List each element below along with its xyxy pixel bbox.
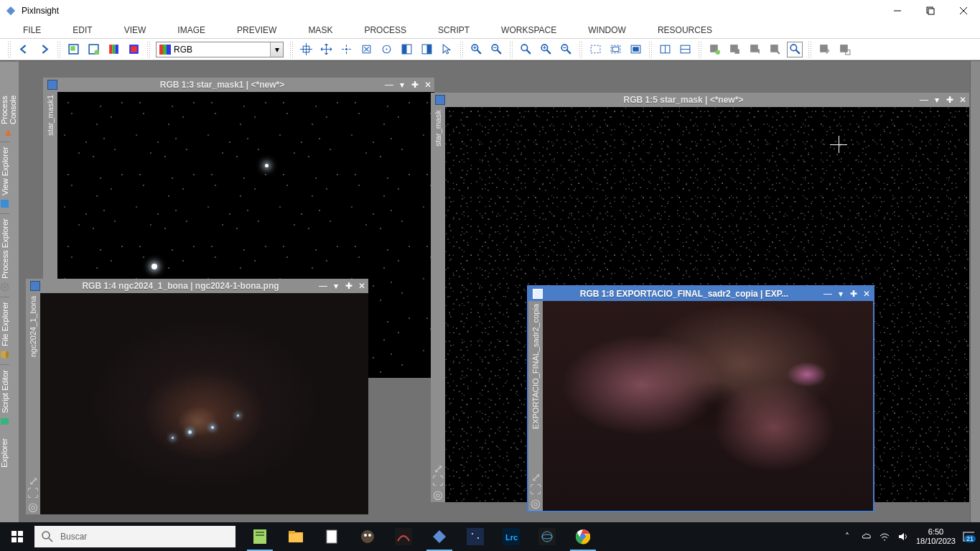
expand-icon[interactable]: ⤢ bbox=[28, 476, 38, 486]
window-minimize-button[interactable]: — bbox=[383, 78, 396, 91]
taskbar-app-gimp[interactable] bbox=[350, 522, 385, 551]
readout-mode-button[interactable] bbox=[298, 42, 314, 57]
side-tab-file-explorer[interactable]: File Explorer bbox=[0, 297, 9, 364]
taskbar-app-astro[interactable] bbox=[530, 522, 564, 551]
move-button[interactable] bbox=[358, 42, 374, 57]
zoom-optimal-button[interactable] bbox=[558, 42, 574, 57]
tray-onedrive-icon[interactable] bbox=[860, 531, 872, 542]
window-minimize-button[interactable] bbox=[881, 0, 914, 22]
expand-icon[interactable]: ⤢ bbox=[433, 463, 443, 473]
image-window-ngc2024[interactable]: RGB 1:4 ngc2024_1_bona | ngc2024-1-bona.… bbox=[26, 279, 368, 514]
menu-edit[interactable]: EDIT bbox=[57, 25, 108, 35]
fit-icon[interactable]: ⛶ bbox=[28, 489, 38, 499]
channel-selector[interactable]: RGB ▾ bbox=[156, 42, 284, 57]
zoom-out-button[interactable] bbox=[488, 42, 504, 57]
menu-resources[interactable]: RESOURCES bbox=[642, 25, 728, 35]
window-maximize-button[interactable]: ✚ bbox=[847, 287, 860, 300]
pan-button[interactable] bbox=[318, 42, 334, 57]
undo-button[interactable] bbox=[16, 42, 32, 57]
expand-icon[interactable]: ⤢ bbox=[531, 472, 541, 482]
window-close-button[interactable]: ✕ bbox=[421, 78, 434, 91]
window-shade-button[interactable]: ▾ bbox=[330, 279, 342, 292]
menu-mask[interactable]: MASK bbox=[292, 25, 348, 35]
taskbar-app-pixinsight[interactable] bbox=[422, 522, 457, 551]
menu-script[interactable]: SCRIPT bbox=[422, 25, 485, 35]
mask-enable-button[interactable] bbox=[706, 42, 722, 57]
fit-view-button[interactable] bbox=[587, 42, 603, 57]
image-window-sadr2[interactable]: RGB 1:8 EXPORTACIO_FINAL_sadr2_copia | E… bbox=[527, 285, 874, 512]
dynamic-crop-button[interactable] bbox=[378, 42, 394, 57]
taskbar-app-lightroom[interactable]: Lrc bbox=[494, 522, 528, 551]
fit-all-button[interactable] bbox=[627, 42, 643, 57]
edit-preview-button[interactable] bbox=[419, 42, 434, 57]
window-minimize-button[interactable]: — bbox=[317, 279, 330, 292]
tray-wifi-icon[interactable] bbox=[879, 531, 890, 542]
taskbar-search[interactable]: Buscar bbox=[34, 526, 235, 547]
window-shade-button[interactable]: ▾ bbox=[930, 93, 943, 106]
tray-expand-icon[interactable]: ˄ bbox=[841, 531, 853, 542]
zoom-to-fit-button[interactable] bbox=[518, 42, 533, 57]
svg-rect-84 bbox=[327, 530, 337, 543]
process-apply-button[interactable] bbox=[816, 42, 832, 57]
side-tab-explorer[interactable]: Explorer bbox=[0, 432, 9, 475]
side-tab-view-explorer[interactable]: View Explorer bbox=[0, 142, 9, 213]
window-close-button[interactable]: ✕ bbox=[956, 93, 969, 106]
window-minimize-button[interactable]: — bbox=[821, 287, 834, 300]
side-tab-process-console[interactable]: Process Console bbox=[0, 61, 17, 142]
menu-image[interactable]: IMAGE bbox=[162, 25, 221, 35]
redo-button[interactable] bbox=[36, 42, 52, 57]
window-close-button[interactable]: ✕ bbox=[355, 279, 368, 292]
mask-invert-button[interactable] bbox=[747, 42, 762, 57]
pointer-button[interactable] bbox=[439, 42, 454, 57]
readout-options-button[interactable] bbox=[787, 42, 803, 57]
fit-icon[interactable]: ⛶ bbox=[531, 485, 541, 495]
window-maximize-button[interactable]: ✚ bbox=[943, 93, 956, 106]
tray-volume-icon[interactable] bbox=[897, 531, 909, 542]
taskbar-clock[interactable]: 6:50 18/10/2023 bbox=[916, 527, 956, 546]
window-close-button[interactable] bbox=[947, 0, 980, 22]
menu-process[interactable]: PROCESS bbox=[348, 25, 422, 35]
menu-preview[interactable]: PREVIEW bbox=[221, 25, 292, 35]
window-shade-button[interactable]: ▾ bbox=[834, 287, 847, 300]
taskbar-app-explorer[interactable] bbox=[279, 522, 313, 551]
image-canvas[interactable] bbox=[40, 293, 368, 514]
side-tab-script-editor[interactable]: Script Editor bbox=[0, 364, 9, 432]
process-apply-global-button[interactable] bbox=[836, 42, 852, 57]
target-icon[interactable]: ◎ bbox=[531, 498, 541, 508]
menu-workspace[interactable]: WORKSPACE bbox=[485, 25, 572, 35]
window-close-button[interactable]: ✕ bbox=[860, 287, 873, 300]
menu-window[interactable]: WINDOW bbox=[572, 25, 642, 35]
new-preview-button[interactable] bbox=[398, 42, 414, 57]
side-tab-process-explorer[interactable]: Process Explorer bbox=[0, 213, 9, 297]
image-canvas[interactable] bbox=[543, 301, 873, 511]
tray-notifications-icon[interactable]: 21 bbox=[963, 531, 974, 542]
target-icon[interactable]: ◎ bbox=[433, 489, 443, 499]
new-image-button[interactable] bbox=[65, 42, 81, 57]
window-maximize-button[interactable]: ✚ bbox=[342, 279, 355, 292]
fit-icon[interactable]: ⛶ bbox=[433, 476, 443, 486]
fit-window-button[interactable] bbox=[607, 42, 623, 57]
window-maximize-button[interactable] bbox=[914, 0, 947, 22]
target-icon[interactable]: ◎ bbox=[28, 501, 38, 511]
histogram-button[interactable] bbox=[677, 42, 693, 57]
taskbar-app-siril[interactable] bbox=[386, 522, 421, 551]
taskbar-app-chrome[interactable] bbox=[566, 522, 600, 551]
start-button[interactable] bbox=[0, 522, 34, 551]
center-view-button[interactable] bbox=[338, 42, 354, 57]
menu-file[interactable]: FILE bbox=[7, 25, 57, 35]
window-maximize-button[interactable]: ✚ bbox=[409, 78, 421, 91]
mask-remove-button[interactable] bbox=[767, 42, 783, 57]
rgb-working-space-button[interactable] bbox=[106, 42, 121, 57]
zoom-1to1-button[interactable] bbox=[538, 42, 554, 57]
color-management-button[interactable] bbox=[126, 42, 141, 57]
window-shade-button[interactable]: ▾ bbox=[396, 78, 409, 91]
taskbar-app-document[interactable] bbox=[314, 522, 349, 551]
menu-view[interactable]: VIEW bbox=[108, 25, 162, 35]
window-minimize-button[interactable]: — bbox=[918, 93, 930, 106]
taskbar-app-notepadpp[interactable] bbox=[243, 522, 277, 551]
mask-show-button[interactable] bbox=[727, 42, 742, 57]
zoom-in-button[interactable] bbox=[468, 42, 484, 57]
new-window-button[interactable] bbox=[85, 42, 101, 57]
taskbar-app-stellarium[interactable] bbox=[458, 522, 493, 551]
screen-transfer-button[interactable] bbox=[657, 42, 673, 57]
